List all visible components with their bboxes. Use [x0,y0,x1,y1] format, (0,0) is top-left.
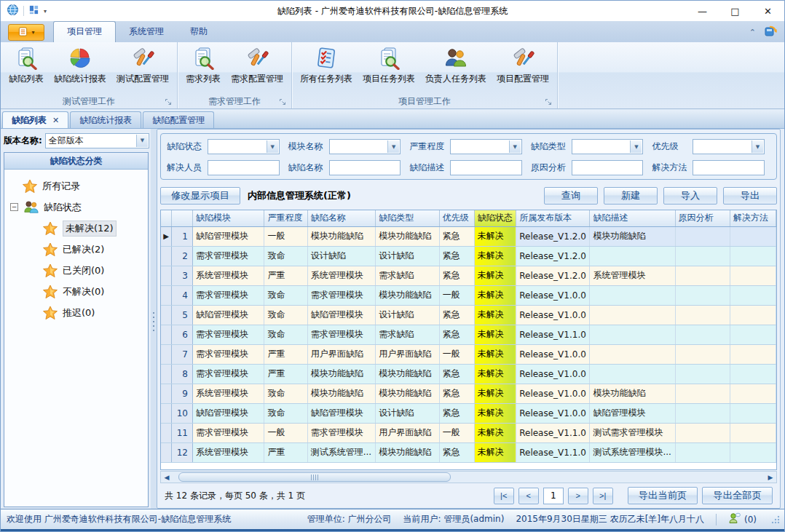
grid-column-header[interactable]: 解决方法 [730,210,776,226]
grid-cell-solution[interactable] [730,364,776,384]
grid-cell-priority[interactable]: 紧急 [439,325,474,344]
scroll-right-icon[interactable]: ▶ [765,472,776,483]
grid-cell-desc[interactable] [590,305,675,325]
grid-cell-version[interactable]: Release_V1.0.0 [516,305,590,325]
minimize-button[interactable]: — [686,1,719,21]
grid-cell-type[interactable]: 模块功能缺陷 [376,384,439,403]
filter-input[interactable] [450,160,522,175]
grid-cell-analysis[interactable] [675,344,730,364]
dialog-launcher-icon[interactable] [545,98,553,106]
grid-cell-solution[interactable] [730,325,776,344]
resize-grip-icon[interactable] [771,515,780,524]
dropdown-arrow-icon[interactable]: ▼ [752,140,763,153]
grid-cell-desc[interactable]: 测试系统管理模块... [590,442,675,462]
collapse-ribbon-icon[interactable]: ⌃ [749,28,756,36]
grid-cell-solution[interactable] [730,344,776,364]
grid-cell-module[interactable]: 需求管理模块 [192,246,264,266]
grid-row-2[interactable]: 2需求管理模块致命设计缺陷设计缺陷紧急未解决Release_V1.2.0 [161,246,776,266]
grid-cell-desc[interactable]: 模块功能缺陷 [590,226,675,246]
tree-item-4[interactable]: 已解决(2) [9,239,148,260]
grid-cell-desc[interactable]: 缺陷管理模块 [590,403,675,423]
grid-cell-module[interactable]: 缺陷管理模块 [192,305,264,325]
grid-cell-solution[interactable] [730,285,776,305]
grid-cell-priority[interactable]: 一般 [439,344,474,364]
ribbon-button[interactable]: 需求配置管理 [226,44,288,95]
maximize-button[interactable]: □ [719,1,752,21]
grid-cell-severity[interactable]: 一般 [264,423,307,442]
grid-cell-desc[interactable]: 测试需求管理模块 [590,423,675,442]
ribbon-button[interactable]: 项目配置管理 [492,44,554,95]
prev-page-button[interactable]: < [518,488,539,504]
dropdown-arrow-icon[interactable]: ▼ [630,140,642,153]
grid-cell-version[interactable]: Release_V1.0.0 [516,364,590,384]
grid-cell-analysis[interactable] [675,423,730,442]
grid-cell-status[interactable]: 未解决 [474,266,516,285]
dialog-launcher-icon[interactable] [165,98,173,106]
grid-cell-version[interactable]: Release_V1.1.0 [516,423,590,442]
grid-cell-desc[interactable]: 系统管理模块 [590,266,675,285]
next-page-button[interactable]: > [568,488,588,504]
grid-cell-name[interactable]: 设计缺陷 [307,246,376,266]
grid-cell-analysis[interactable] [675,384,730,403]
grid-cell-priority[interactable]: 紧急 [439,305,474,325]
grid-cell-status[interactable]: 未解决 [474,384,516,403]
grid-row-10[interactable]: 10缺陷管理模块致命缺陷管理模块设计缺陷紧急未解决Release_V1.0.0缺… [161,403,776,423]
tree-item-1[interactable]: 所有记录 [9,175,148,196]
grid-cell-desc[interactable] [590,246,675,266]
ribbon-button[interactable]: 所有任务列表 [295,44,358,95]
filter-dropdown[interactable]: ▼ [329,139,401,154]
grid-cell-status[interactable]: 未解决 [474,305,516,325]
grid-cell-version[interactable]: Release_V1.0.0 [516,285,590,305]
grid-cell-status[interactable]: 未解决 [474,325,516,344]
grid-cell-severity[interactable]: 致命 [264,325,307,344]
grid-cell-severity[interactable]: 一般 [264,226,307,246]
grid-cell-severity[interactable]: 严重 [264,344,307,364]
expander-icon[interactable]: − [10,203,18,211]
grid-cell-name[interactable]: 缺陷管理模块 [307,403,376,423]
close-tab-icon[interactable]: ✕ [52,116,59,125]
dropdown-arrow-icon[interactable]: ▼ [267,140,278,153]
grid-cell-version[interactable]: Release_V1.1.0 [516,442,590,462]
new-button[interactable]: 新建 [604,187,658,205]
grid-column-header[interactable]: 原因分析 [675,210,730,226]
grid-cell-severity[interactable]: 严重 [264,364,307,384]
ribbon-button[interactable]: 需求列表 [181,44,226,95]
grid-cell-version[interactable]: Release_V1.0.0 [516,384,590,403]
grid-cell-module[interactable]: 需求管理模块 [192,325,264,344]
grid-column-header[interactable]: 优先级 [439,210,474,226]
grid-cell-severity[interactable]: 致命 [264,403,307,423]
grid-cell-analysis[interactable] [675,403,730,423]
grid-row-1[interactable]: ▶1缺陷管理模块一般模块功能缺陷模块功能缺陷紧急未解决Release_V1.2.… [161,226,776,246]
grid-cell-name[interactable]: 测试系统管理... [307,442,376,462]
grid-cell-type[interactable]: 用户界面缺陷 [376,344,439,364]
grid-cell-priority[interactable]: 紧急 [439,403,474,423]
grid-cell-analysis[interactable] [675,226,730,246]
quick-access-dropdown-icon[interactable]: ▾ [44,8,47,15]
export-current-page-button[interactable]: 导出当前页 [628,487,698,504]
ribbon-button[interactable]: 缺陷列表 [4,44,49,95]
grid-cell-version[interactable]: Release_V1.0.0 [516,344,590,364]
scrollbar-track[interactable] [173,472,765,483]
grid-cell-version[interactable]: Release_V1.0.0 [516,403,590,423]
grid-cell-type[interactable]: 需求缺陷 [376,325,439,344]
grid-cell-solution[interactable] [730,246,776,266]
grid-cell-module[interactable]: 系统管理模块 [192,266,264,285]
version-dropdown-icon[interactable]: ▼ [136,135,148,147]
grid-cell-desc[interactable] [590,364,675,384]
grid-cell-severity[interactable]: 致命 [264,305,307,325]
grid-cell-analysis[interactable] [675,246,730,266]
grid-cell-module[interactable]: 需求管理模块 [192,285,264,305]
grid-cell-module[interactable]: 需求管理模块 [192,423,264,442]
tree-item-6[interactable]: 不解决(0) [9,281,148,302]
grid-cell-name[interactable]: 需求管理模块 [307,423,376,442]
message-indicator[interactable]: (0) [728,512,757,526]
grid-row-8[interactable]: 8需求管理模块严重模块功能缺陷模块功能缺陷紧急未解决Release_V1.0.0 [161,364,776,384]
grid-cell-priority[interactable]: 紧急 [439,266,474,285]
last-page-button[interactable]: >| [593,488,613,504]
grid-cell-analysis[interactable] [675,325,730,344]
grid-cell-priority[interactable]: 一般 [439,423,474,442]
grid-cell-version[interactable]: Release_V1.2.0 [516,266,590,285]
grid-cell-desc[interactable] [590,325,675,344]
tree-item-3[interactable]: 未解决(12) [9,218,148,239]
grid-cell-module[interactable]: 系统管理模块 [192,384,264,403]
